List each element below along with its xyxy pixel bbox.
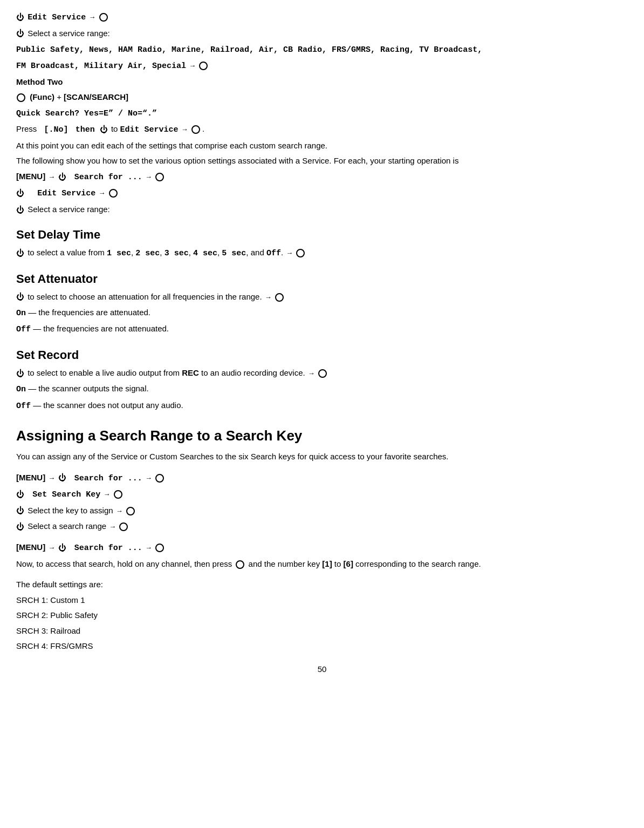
default-srch3: SRCH 3: Railroad [16,625,628,637]
page-content: ⏻ Edit Service → ⏻ Select a service rang… [16,11,628,675]
power-icon-12: ⏻ [16,505,24,517]
circle-icon-10 [155,474,164,483]
edit-service-title: Edit Service [28,13,86,22]
record-on: On — the scanner outputs the signal. [16,383,628,396]
menu-search-line-2: [MENU] → ⏻ Search for ... → [16,472,628,485]
menu-search-line-1: [MENU] → ⏻ Search for ... → [16,171,628,184]
circle-icon-7 [296,249,305,257]
set-record-heading: Set Record [16,346,628,364]
circle-icon-2 [199,62,208,70]
method-two-heading: Method Two [16,76,628,89]
default-srch2: SRCH 2: Public Safety [16,609,628,622]
power-icon-14: ⏻ [58,542,66,554]
circle-icon-11 [114,490,122,499]
default-srch4: SRCH 4: FRS/GMRS [16,640,628,653]
circle-icon-5 [155,173,164,181]
service-list-line1: Public Safety, News, HAM Radio, Marine, … [16,43,628,57]
quick-search-line: Quick Search? Yes=E” / No=“.” [16,107,628,120]
circle-icon-9 [318,369,327,378]
spacer-1 [16,466,628,472]
circle-icon-6 [109,189,118,198]
power-icon-3: ⏻ [100,124,108,136]
power-icon-1: ⏻ [16,11,24,24]
circle-icon-12 [126,507,135,515]
set-attenuator-body: ⏻ to select to choose an attenuation for… [16,291,628,303]
power-icon-7: ⏻ [16,247,24,260]
power-icon-10: ⏻ [58,472,66,484]
service-list-line2: FM Broadcast, Military Air, Special → [16,59,628,73]
set-attenuator-heading: Set Attenuator [16,270,628,288]
func-scan-line: (Func) + [SCAN/SEARCH] [16,91,628,104]
arrow-1: → [88,12,95,23]
set-delay-time-body: ⏻ to select a value from 1 sec, 2 sec, 3… [16,247,628,260]
circle-icon-3 [17,93,25,102]
at-this-point: At this point you can edit each of the s… [16,140,628,152]
edit-service-line-2: ⏻ Edit Service → [16,187,628,200]
spacer-2 [16,536,628,541]
set-delay-time-heading: Set Delay Time [16,226,628,243]
circle-icon-13 [119,522,128,531]
attenuator-off: Off — the frequencies are not attenuated… [16,323,628,336]
select-service-range-1: ⏻ Select a service range: [16,28,628,40]
select-service-range-2: ⏻ Select a service range: [16,203,628,216]
press-no-line: Press [.No] then ⏻ to Edit Service → . [16,123,628,137]
select-key-line: ⏻ Select the key to assign → [16,505,628,517]
power-icon-5: ⏻ [16,187,24,200]
access-note-line: Now, to access that search, hold on any … [16,558,628,571]
set-search-key-line: ⏻ Set Search Key → [16,488,628,501]
assigning-heading: Assigning a Search Range to a Search Key [16,425,628,446]
power-icon-6: ⏻ [16,204,24,216]
default-srch1: SRCH 1: Custom 1 [16,594,628,607]
power-icon-13: ⏻ [16,521,24,533]
power-icon-8: ⏻ [16,291,24,303]
defaults-heading: The default settings are: [16,579,628,591]
circle-icon-1 [99,13,108,22]
edit-service-line-1: ⏻ Edit Service → [16,11,628,24]
record-off: Off — the scanner does not output any au… [16,399,628,413]
power-icon-9: ⏻ [16,368,24,380]
page-number: 50 [16,663,628,676]
power-icon-11: ⏻ [16,488,24,501]
attenuator-on: On — the frequencies are attenuated. [16,307,628,320]
menu-search-line-3: [MENU] → ⏻ Search for ... → [16,541,628,555]
circle-icon-14 [155,544,164,552]
power-icon-4: ⏻ [58,171,66,184]
following-show: The following show you how to set the va… [16,155,628,167]
circle-icon-4 [191,125,200,134]
power-icon-2: ⏻ [16,28,24,40]
select-range-line: ⏻ Select a search range → [16,520,628,533]
circle-icon-15 [236,560,244,569]
assigning-intro: You can assign any of the Service or Cus… [16,451,628,463]
spacer-3 [16,573,628,579]
circle-icon-8 [275,293,284,302]
set-record-body: ⏻ to select to enable a live audio outpu… [16,367,628,379]
